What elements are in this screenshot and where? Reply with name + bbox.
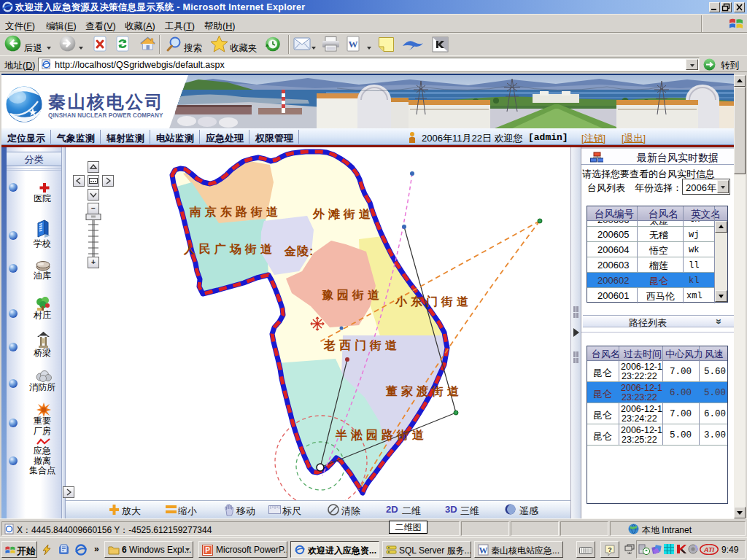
svg-text:W: W [479, 545, 488, 556]
svg-text:南京东路街道: 南京东路街道 [189, 205, 282, 218]
svg-text:半淞园路街道: 半淞园路街道 [335, 428, 427, 441]
svg-text:外滩街道: 外滩街道 [312, 208, 374, 221]
svg-text:金陵:: 金陵: [284, 244, 314, 257]
svg-text:P: P [205, 546, 210, 554]
svg-text:小东门街道: 小东门街道 [395, 295, 472, 308]
svg-text:ATI: ATI [703, 546, 714, 553]
svg-text:人民广场街道: 人民广场街道 [183, 242, 276, 255]
svg-text:董家渡街道: 董家渡街道 [385, 384, 462, 397]
svg-text:?: ? [608, 546, 612, 553]
svg-text:老西门街道: 老西门街道 [323, 338, 400, 351]
svg-text:W: W [349, 39, 358, 50]
svg-text:豫园街道: 豫园街道 [322, 289, 383, 301]
